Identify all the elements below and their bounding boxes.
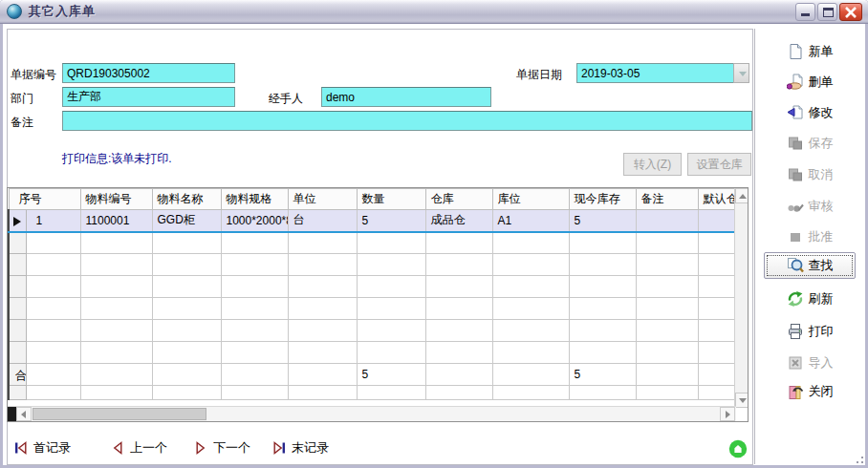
empty-cell[interactable]: [636, 320, 698, 342]
nav-previous-record[interactable]: 上一个: [111, 438, 167, 457]
empty-cell[interactable]: [152, 386, 221, 400]
remarks-field[interactable]: [62, 111, 752, 131]
cancel-button[interactable]: 取消: [764, 161, 856, 188]
vertical-scrollbar[interactable]: [734, 188, 748, 408]
empty-cell[interactable]: [80, 232, 152, 254]
delete-doc-button[interactable]: 删单: [764, 69, 856, 96]
empty-cell[interactable]: [221, 298, 288, 320]
save-button[interactable]: 保存: [764, 130, 856, 157]
empty-cell[interactable]: [26, 320, 80, 342]
row-selector[interactable]: [9, 320, 26, 342]
cell-default-bin[interactable]: [698, 210, 737, 232]
empty-cell[interactable]: [569, 342, 636, 364]
close-form-button[interactable]: 关闭: [764, 378, 856, 405]
empty-cell[interactable]: [152, 254, 221, 276]
empty-cell[interactable]: [221, 232, 288, 254]
cell-bin[interactable]: A1: [492, 210, 569, 232]
empty-cell[interactable]: [636, 232, 698, 254]
empty-cell[interactable]: [636, 342, 698, 364]
cell-stock[interactable]: 5: [569, 210, 636, 232]
empty-cell[interactable]: [425, 342, 492, 364]
empty-cell[interactable]: [221, 386, 288, 400]
empty-cell[interactable]: [221, 276, 288, 298]
empty-cell[interactable]: [357, 386, 425, 400]
import-button[interactable]: 导入: [764, 350, 856, 376]
doc-date-field[interactable]: [576, 63, 733, 83]
scroll-down-button[interactable]: [735, 393, 749, 408]
handler-field[interactable]: [321, 87, 491, 107]
row-selector[interactable]: [9, 232, 26, 254]
empty-cell[interactable]: [152, 298, 221, 320]
empty-cell[interactable]: [288, 342, 357, 364]
empty-cell[interactable]: [152, 276, 221, 298]
approve-button[interactable]: 批准: [764, 223, 856, 250]
cell-code[interactable]: 1100001: [80, 210, 152, 232]
empty-cell[interactable]: [636, 276, 698, 298]
empty-cell[interactable]: [492, 254, 569, 276]
maximize-button[interactable]: [817, 3, 837, 21]
empty-cell[interactable]: [569, 320, 636, 342]
empty-cell[interactable]: [698, 254, 737, 276]
refresh-button[interactable]: 刷新: [764, 286, 856, 312]
row-selector[interactable]: [9, 298, 26, 320]
scroll-left-button[interactable]: [16, 407, 32, 421]
empty-cell[interactable]: [425, 386, 492, 400]
empty-cell[interactable]: [698, 386, 737, 400]
empty-cell[interactable]: [80, 386, 152, 400]
empty-cell[interactable]: [492, 276, 569, 298]
nav-next-record[interactable]: 下一个: [194, 438, 250, 457]
empty-cell[interactable]: [26, 342, 80, 364]
empty-cell[interactable]: [492, 342, 569, 364]
row-selector[interactable]: [9, 342, 26, 364]
empty-cell[interactable]: [492, 386, 569, 400]
empty-cell[interactable]: [425, 276, 492, 298]
empty-cell[interactable]: [288, 298, 357, 320]
scroll-right-button[interactable]: [720, 407, 735, 421]
empty-cell[interactable]: [26, 386, 80, 400]
cell-unit[interactable]: 台: [288, 210, 357, 232]
modify-doc-button[interactable]: 修改: [764, 99, 856, 126]
empty-cell[interactable]: [569, 232, 636, 254]
empty-cell[interactable]: [569, 298, 636, 320]
empty-cell[interactable]: [152, 342, 221, 364]
empty-cell[interactable]: [80, 342, 152, 364]
empty-cell[interactable]: [492, 232, 569, 254]
empty-cell[interactable]: [425, 320, 492, 342]
transfer-button[interactable]: 转入(Z): [623, 153, 682, 176]
row-selector[interactable]: [9, 254, 26, 276]
find-button[interactable]: 查找: [764, 252, 856, 279]
skin-status-button[interactable]: [728, 439, 748, 458]
empty-cell[interactable]: [492, 320, 569, 342]
empty-cell[interactable]: [357, 298, 425, 320]
empty-cell[interactable]: [698, 298, 737, 320]
department-field[interactable]: [62, 87, 235, 107]
cell-qty[interactable]: 5: [357, 210, 425, 232]
row-selector[interactable]: [9, 210, 26, 232]
empty-cell[interactable]: [221, 320, 288, 342]
doc-no-field[interactable]: [62, 63, 235, 83]
empty-cell[interactable]: [80, 298, 152, 320]
empty-cell[interactable]: [26, 298, 80, 320]
empty-cell[interactable]: [80, 276, 152, 298]
cell-seq[interactable]: 1: [26, 210, 80, 232]
new-doc-button[interactable]: 新单: [764, 38, 856, 65]
cell-spec[interactable]: 1000*2000*80: [221, 210, 288, 232]
close-button[interactable]: [839, 3, 862, 21]
print-button[interactable]: 打印: [764, 318, 856, 345]
empty-cell[interactable]: [425, 232, 492, 254]
empty-cell[interactable]: [152, 232, 221, 254]
empty-cell[interactable]: [357, 254, 425, 276]
empty-cell[interactable]: [80, 254, 152, 276]
empty-cell[interactable]: [26, 276, 80, 298]
horizontal-scroll-thumb[interactable]: [33, 408, 206, 420]
empty-cell[interactable]: [357, 342, 425, 364]
set-warehouse-button[interactable]: 设置仓库: [687, 153, 751, 176]
empty-cell[interactable]: [26, 254, 80, 276]
horizontal-scrollbar[interactable]: [8, 406, 736, 421]
empty-cell[interactable]: [492, 298, 569, 320]
cell-name[interactable]: GGD柜: [152, 210, 221, 232]
resize-grip[interactable]: [851, 451, 863, 463]
empty-cell[interactable]: [636, 298, 698, 320]
empty-cell[interactable]: [288, 232, 357, 254]
empty-cell[interactable]: [288, 386, 357, 400]
